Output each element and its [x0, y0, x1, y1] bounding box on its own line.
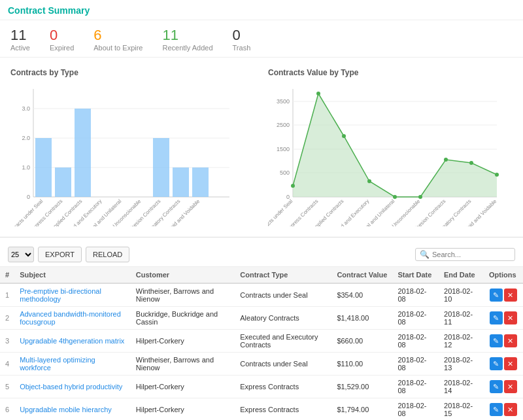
table-header: #SubjectCustomerContract TypeContract Va…	[0, 267, 523, 283]
row-options: ✎✕	[484, 283, 523, 307]
svg-point-44	[418, 195, 422, 199]
delete-button[interactable]: ✕	[504, 403, 517, 416]
row-subject: Object-based hybrid productivity	[14, 376, 131, 398]
stat-item-recently-added: 11Recently Added	[162, 27, 212, 52]
bar-chart-svg: 0 1.0 2.0 3.0	[10, 82, 233, 226]
stat-value: 0	[50, 27, 74, 44]
stat-label: Active	[10, 44, 30, 52]
row-contract-value: $110.00	[331, 353, 392, 376]
svg-rect-10	[55, 167, 71, 197]
row-contract-type: Contracts under Seal	[235, 283, 331, 307]
subject-link[interactable]: Upgradable mobile hierarchy	[20, 406, 112, 413]
stat-item-trash: 0Trash	[233, 27, 251, 52]
reload-button[interactable]: RELOAD	[86, 247, 129, 262]
row-subject: Upgradable mobile hierarchy	[14, 398, 131, 420]
col-header-start-date: Start Date	[392, 267, 439, 283]
svg-point-39	[291, 184, 295, 188]
svg-text:0: 0	[27, 194, 30, 200]
table-row: 2Advanced bandwidth-monitored focusgroup…	[0, 307, 523, 330]
delete-button[interactable]: ✕	[504, 357, 517, 370]
row-customer: Wintheiser, Barrows and Nienow	[131, 283, 235, 307]
row-start-date: 2018-02-08	[392, 376, 439, 398]
row-end-date: 2018-02-11	[439, 307, 484, 330]
area-chart-title: Contracts Value by Type	[268, 68, 513, 77]
row-end-date: 2018-02-12	[439, 330, 484, 353]
subject-link[interactable]: Object-based hybrid productivity	[20, 383, 122, 391]
row-customer: Hilpert-Corkery	[131, 330, 235, 353]
svg-text:Contracts under Seal: Contracts under Seal	[268, 198, 294, 226]
bar-chart-area: 0 1.0 2.0 3.0	[10, 82, 255, 226]
row-subject: Pre-emptive bi-directional methodology	[14, 283, 131, 307]
table-row: 1Pre-emptive bi-directional methodologyW…	[0, 283, 523, 307]
svg-text:3.0: 3.0	[22, 105, 30, 112]
search-input[interactable]	[432, 251, 511, 258]
page-title: Contract Summary	[8, 5, 90, 16]
svg-rect-11	[75, 109, 91, 197]
area-chart-svg: 0 500 1500 2500 3500	[268, 82, 503, 226]
row-contract-value: $354.00	[331, 283, 392, 307]
delete-button[interactable]: ✕	[504, 334, 517, 347]
row-num: 1	[0, 283, 14, 307]
delete-button[interactable]: ✕	[504, 380, 517, 393]
row-options: ✎✕	[484, 353, 523, 376]
bar-chart-container: Contracts by Type 0 1.0 2.0 3.0	[10, 68, 255, 226]
svg-text:2500: 2500	[277, 122, 290, 128]
subject-link[interactable]: Multi-layered optimizing workforce	[20, 356, 95, 372]
edit-button[interactable]: ✎	[490, 334, 503, 347]
delete-button[interactable]: ✕	[504, 289, 517, 302]
col-header-contract-value: Contract Value	[331, 267, 392, 283]
svg-point-41	[342, 134, 346, 138]
stat-value: 11	[162, 27, 212, 44]
table-section: 25 50 100 EXPORT RELOAD 🔍 #SubjectCustom…	[0, 237, 523, 420]
row-start-date: 2018-02-08	[392, 353, 439, 376]
table-toolbar: 25 50 100 EXPORT RELOAD 🔍	[0, 243, 523, 267]
row-subject: Advanced bandwidth-monitored focusgroup	[14, 307, 131, 330]
row-contract-value: $1,529.00	[331, 376, 392, 398]
row-end-date: 2018-02-13	[439, 353, 484, 376]
table-row: 5Object-based hybrid productivityHilpert…	[0, 376, 523, 398]
table-body: 1Pre-emptive bi-directional methodologyW…	[0, 283, 523, 420]
row-end-date: 2018-02-10	[439, 283, 484, 307]
delete-button[interactable]: ✕	[504, 311, 517, 324]
stat-item-about-to-expire: 6About to Expire	[93, 27, 143, 52]
svg-text:500: 500	[280, 169, 290, 176]
stat-item-active: 11Active	[10, 27, 30, 52]
stat-value: 0	[233, 27, 251, 44]
row-num: 6	[0, 398, 14, 420]
table-row: 6Upgradable mobile hierarchyHilpert-Cork…	[0, 398, 523, 420]
header-row: #SubjectCustomerContract TypeContract Va…	[0, 267, 523, 283]
row-num: 5	[0, 376, 14, 398]
search-icon: 🔍	[420, 250, 430, 259]
row-contract-type: Aleatory Contracts	[235, 307, 331, 330]
svg-point-46	[469, 161, 473, 165]
subject-link[interactable]: Pre-emptive bi-directional methodology	[20, 287, 101, 303]
row-num: 2	[0, 307, 14, 330]
table-row: 3Upgradable 4thgeneration matrixHilpert-…	[0, 330, 523, 353]
search-wrapper: 🔍	[415, 248, 515, 261]
svg-rect-17	[192, 167, 209, 197]
edit-button[interactable]: ✎	[490, 380, 503, 393]
edit-button[interactable]: ✎	[490, 403, 503, 416]
page-size-select[interactable]: 25 50 100	[8, 247, 34, 262]
edit-button[interactable]: ✎	[490, 357, 503, 370]
svg-rect-9	[35, 138, 52, 197]
svg-rect-15	[153, 138, 169, 197]
row-end-date: 2018-02-14	[439, 376, 484, 398]
row-contract-type: Express Contracts	[235, 376, 331, 398]
row-customer: Wintheiser, Barrows and Nienow	[131, 353, 235, 376]
edit-button[interactable]: ✎	[490, 311, 503, 324]
row-subject: Upgradable 4thgeneration matrix	[14, 330, 131, 353]
stat-label: About to Expire	[93, 44, 143, 52]
area-chart-area: 0 500 1500 2500 3500	[268, 82, 513, 226]
page-header: Contract Summary	[0, 0, 523, 20]
stats-row: 11Active0Expired6About to Expire11Recent…	[0, 20, 523, 58]
subject-link[interactable]: Upgradable 4thgeneration matrix	[20, 337, 124, 345]
subject-link[interactable]: Advanced bandwidth-monitored focusgroup	[20, 310, 121, 326]
stat-label: Recently Added	[162, 44, 212, 52]
edit-button[interactable]: ✎	[490, 289, 503, 302]
col-header-subject: Subject	[14, 267, 131, 283]
export-button[interactable]: EXPORT	[38, 247, 82, 262]
svg-point-47	[495, 173, 499, 177]
svg-marker-38	[293, 94, 497, 197]
contracts-table: #SubjectCustomerContract TypeContract Va…	[0, 267, 523, 420]
